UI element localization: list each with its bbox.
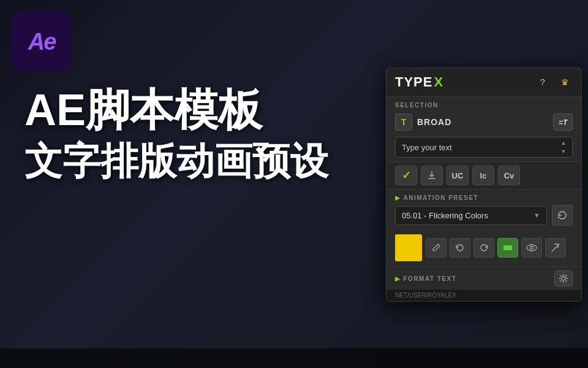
scatter-icon <box>551 243 560 253</box>
selection-label: SELECTION <box>386 97 581 111</box>
path-text: NET/USER/ROYALEX <box>395 292 456 299</box>
svg-point-2 <box>527 245 537 251</box>
help-button[interactable]: ? <box>535 74 551 90</box>
action-row: ✓ UC lc Cv <box>386 161 581 190</box>
svg-rect-1 <box>503 245 512 250</box>
format-settings-button[interactable] <box>554 270 573 286</box>
download-icon <box>427 171 437 180</box>
panel-header: TYPE X ? ♛ <box>386 68 581 97</box>
download-button[interactable] <box>421 166 443 185</box>
capitalize-button[interactable]: Cv <box>498 166 520 185</box>
selection-tag-icon: T <box>395 113 412 131</box>
text-input-row: ▲ ▼ <box>395 137 573 158</box>
triangle-icon: ▶ <box>395 194 401 201</box>
svg-point-4 <box>562 277 565 280</box>
rotate-left-icon <box>455 243 465 253</box>
color-swatch[interactable] <box>395 234 422 261</box>
visibility-button[interactable] <box>521 238 542 258</box>
selection-name: BROAD <box>417 117 548 127</box>
format-triangle-icon: ▶ <box>395 275 401 282</box>
rotate-right-icon <box>479 243 489 253</box>
arrow-up-button[interactable]: ▲ <box>557 139 570 147</box>
path-bar: NET/USER/ROYALEX <box>386 289 581 301</box>
scatter-button[interactable] <box>545 238 566 258</box>
dropdown-arrow-icon: ▼ <box>533 212 540 219</box>
color-tools-row <box>386 229 581 266</box>
pen-icon <box>431 243 441 253</box>
main-title-line1: AE脚本模板 <box>24 86 196 134</box>
fill-color-button[interactable] <box>497 238 518 258</box>
rotate-right-button[interactable] <box>473 238 494 258</box>
crown-button[interactable]: ♛ <box>557 74 573 90</box>
format-section: ▶ FORMAT TEXT <box>386 266 581 289</box>
confirm-button[interactable]: ✓ <box>395 166 417 185</box>
typex-logo-x: X <box>434 74 443 90</box>
lowercase-button[interactable]: lc <box>472 166 494 185</box>
bottom-bar <box>0 348 588 368</box>
text-input-arrows: ▲ ▼ <box>555 137 572 157</box>
preset-section: ▶ ANIMATION PRESET 05.01 - Flickering Co… <box>386 190 581 229</box>
main-title-line2: 文字排版动画预设 <box>24 140 196 182</box>
refresh-icon <box>557 210 568 221</box>
fill-icon <box>503 245 513 251</box>
svg-text:=T: =T <box>559 118 568 127</box>
typex-panel: TYPE X ? ♛ SELECTION T BROAD =T ▲ ▼ ✓ <box>386 67 582 302</box>
ae-logo: Ae <box>11 11 72 72</box>
uppercase-button[interactable]: UC <box>447 166 469 185</box>
preset-selected-value: 05.01 - Flickering Colors <box>402 211 488 220</box>
preset-refresh-button[interactable] <box>552 205 573 226</box>
settings-icon <box>559 274 568 283</box>
format-text-label: ▶ FORMAT TEXT <box>395 275 456 282</box>
pen-tool-button[interactable] <box>426 238 447 258</box>
preset-dropdown[interactable]: 05.01 - Flickering Colors ▼ <box>395 206 547 225</box>
header-icons: ? ♛ <box>535 74 573 90</box>
preset-row: 05.01 - Flickering Colors ▼ <box>395 205 573 226</box>
ae-logo-text: Ae <box>28 29 56 55</box>
eye-icon <box>526 244 537 251</box>
typex-logo: TYPE X <box>395 74 443 90</box>
text-input-field[interactable] <box>396 138 555 157</box>
svg-point-3 <box>530 247 533 250</box>
font-style-icon: =T <box>557 117 568 128</box>
selection-row: T BROAD =T <box>386 111 581 133</box>
typex-logo-type: TYPE <box>395 74 432 90</box>
tools-grid <box>426 238 573 258</box>
main-title: AE脚本模板 文字排版动画预设 <box>24 86 196 182</box>
arrow-down-button[interactable]: ▼ <box>557 147 570 156</box>
rotate-left-button[interactable] <box>450 238 470 258</box>
font-style-button[interactable]: =T <box>553 113 573 131</box>
animation-preset-label: ▶ ANIMATION PRESET <box>395 194 573 201</box>
